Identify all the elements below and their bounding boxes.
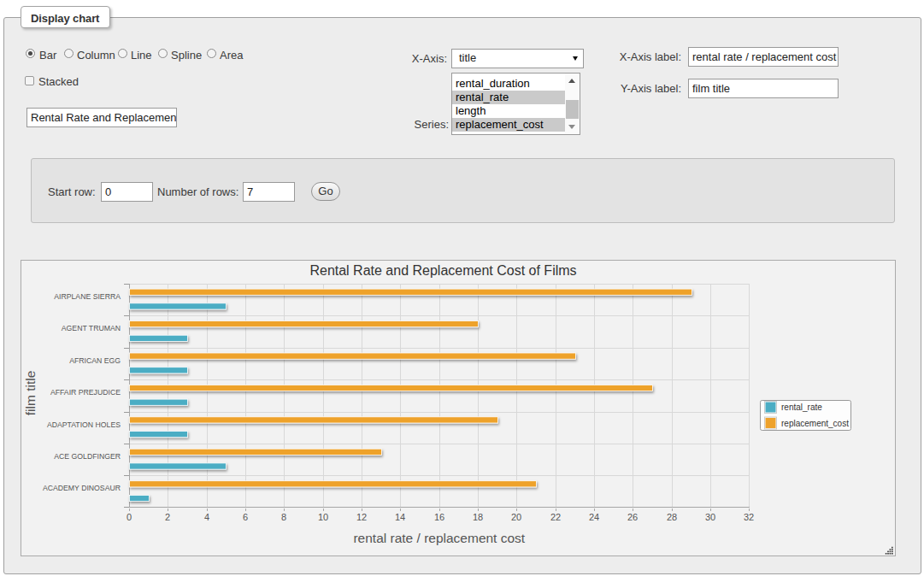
svg-text:24: 24 (589, 512, 599, 522)
svg-text:32: 32 (744, 512, 754, 522)
svg-text:AGENT TRUMAN: AGENT TRUMAN (62, 324, 121, 332)
svg-text:ACE GOLDFINGER: ACE GOLDFINGER (54, 452, 121, 461)
svg-text:4: 4 (204, 512, 209, 522)
svg-text:14: 14 (395, 512, 405, 522)
svg-text:AFFAIR PREJUDICE: AFFAIR PREJUDICE (50, 388, 121, 397)
svg-text:28: 28 (667, 512, 677, 522)
svg-text:6: 6 (243, 512, 248, 522)
svg-text:26: 26 (627, 512, 638, 522)
svg-text:8: 8 (281, 512, 286, 522)
svg-text:rental rate / replacement cost: rental rate / replacement cost (353, 531, 525, 545)
svg-text:Rental Rate and Replacement Co: Rental Rate and Replacement Cost of Film… (309, 263, 576, 278)
svg-text:ADAPTATION HOLES: ADAPTATION HOLES (47, 420, 121, 429)
svg-text:30: 30 (705, 512, 715, 522)
svg-text:replacement_cost: replacement_cost (781, 419, 849, 428)
svg-text:18: 18 (473, 512, 483, 522)
svg-text:10: 10 (318, 512, 328, 522)
svg-text:AFRICAN EGG: AFRICAN EGG (69, 356, 121, 365)
svg-text:16: 16 (434, 512, 444, 522)
svg-text:rental_rate: rental_rate (781, 403, 822, 412)
svg-text:film title: film title (23, 371, 38, 416)
svg-text:22: 22 (550, 512, 561, 522)
svg-text:ACADEMY DINOSAUR: ACADEMY DINOSAUR (43, 484, 121, 492)
svg-text:AIRPLANE SIERRA: AIRPLANE SIERRA (54, 292, 121, 301)
svg-text:12: 12 (356, 512, 367, 522)
svg-text:0: 0 (127, 512, 132, 522)
svg-text:2: 2 (165, 512, 170, 522)
svg-text:20: 20 (511, 512, 521, 522)
